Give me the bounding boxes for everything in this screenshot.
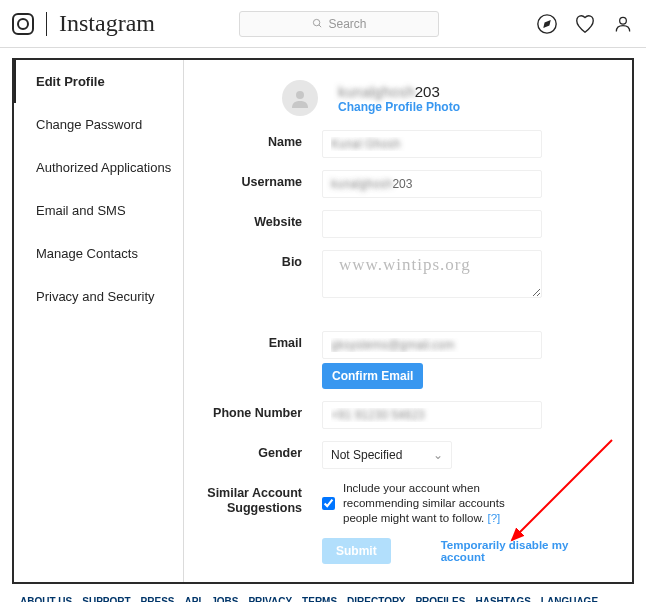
sidebar-item-privacy-security[interactable]: Privacy and Security [14,275,183,318]
footer-link[interactable]: SUPPORT [82,596,130,602]
username-input[interactable]: kunalghosh203 [322,170,542,198]
search-input[interactable]: Search [239,11,439,37]
label-phone: Phone Number [202,401,322,420]
name-input[interactable] [322,130,542,158]
label-email: Email [202,331,322,350]
footer-link[interactable]: PRIVACY [248,596,292,602]
label-bio: Bio [202,250,322,269]
chevron-down-icon: ⌄ [433,448,443,462]
svg-line-1 [319,25,321,27]
footer-nav: ABOUT US SUPPORT PRESS API JOBS PRIVACY … [0,592,646,602]
svg-point-4 [620,17,627,24]
label-name: Name [202,130,322,149]
gender-select[interactable]: Not Specified ⌄ [322,441,452,469]
search-placeholder: Search [328,17,366,31]
explore-icon[interactable] [536,13,558,35]
confirm-email-button[interactable]: Confirm Email [322,363,423,389]
sidebar-item-email-sms[interactable]: Email and SMS [14,189,183,232]
footer-link[interactable]: TERMS [302,596,337,602]
avatar[interactable] [282,80,318,116]
footer-link[interactable]: PROFILES [415,596,465,602]
instagram-glyph-icon[interactable] [12,13,34,35]
footer-link[interactable]: JOBS [211,596,238,602]
website-input[interactable] [322,210,542,238]
settings-panel: Edit Profile Change Password Authorized … [12,58,634,584]
bio-input[interactable] [322,250,542,298]
similar-help-link[interactable]: [?] [487,512,500,524]
gender-value: Not Specified [331,448,402,462]
sidebar-item-edit-profile[interactable]: Edit Profile [14,60,183,103]
top-bar: Instagram Search [0,0,646,48]
similar-accounts-checkbox[interactable] [322,481,335,526]
profile-icon[interactable] [612,13,634,35]
submit-button[interactable]: Submit [322,538,391,564]
similar-accounts-text: Include your account when recommending s… [343,481,542,526]
sidebar-item-change-password[interactable]: Change Password [14,103,183,146]
settings-sidebar: Edit Profile Change Password Authorized … [14,60,184,582]
footer-link[interactable]: LANGUAGE [541,596,598,602]
label-username: Username [202,170,322,189]
activity-heart-icon[interactable] [574,13,596,35]
svg-marker-3 [544,21,550,27]
svg-point-5 [296,91,304,99]
footer-link[interactable]: HASHTAGS [475,596,530,602]
disable-account-link[interactable]: Temporarily disable my account [441,539,614,563]
sidebar-item-manage-contacts[interactable]: Manage Contacts [14,232,183,275]
phone-input[interactable] [322,401,542,429]
sidebar-item-authorized-apps[interactable]: Authorized Applications [14,146,183,189]
label-gender: Gender [202,441,322,460]
footer-link[interactable]: DIRECTORY [347,596,405,602]
divider [46,12,47,36]
email-input[interactable] [322,331,542,359]
footer-link[interactable]: PRESS [141,596,175,602]
username-heading: kunalghosh203 [338,83,460,100]
label-website: Website [202,210,322,229]
instagram-wordmark[interactable]: Instagram [59,10,155,37]
change-photo-link[interactable]: Change Profile Photo [338,100,460,114]
label-similar: Similar Account Suggestions [202,481,322,516]
svg-point-0 [314,19,320,25]
footer-link[interactable]: API [184,596,201,602]
footer-link[interactable]: ABOUT US [20,596,72,602]
edit-profile-form: kunalghosh203 Change Profile Photo Name … [184,60,632,582]
